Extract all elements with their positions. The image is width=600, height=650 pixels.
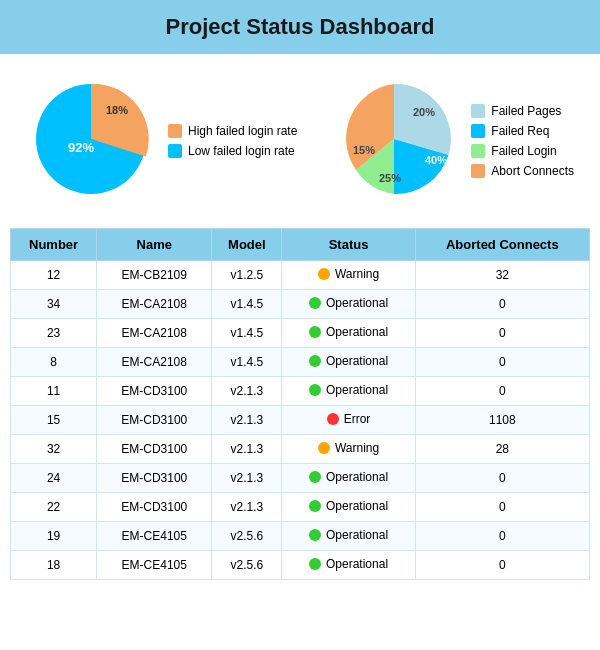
- cell-name: EM-CA2108: [97, 290, 212, 319]
- table-header-row: Number Name Model Status Aborted Connect…: [11, 229, 590, 261]
- cell-status: Operational: [282, 290, 415, 319]
- cell-model: v2.5.6: [212, 522, 282, 551]
- chart2-legend: Failed Pages Failed Req Failed Login Abo…: [471, 104, 574, 178]
- status-label: Error: [344, 412, 371, 426]
- status-badge: Warning: [318, 267, 379, 281]
- legend-item-login: Failed Login: [471, 144, 574, 158]
- cell-name: EM-CA2108: [97, 348, 212, 377]
- cell-aborted: 0: [415, 319, 589, 348]
- table-row: 12 EM-CB2109 v1.2.5 Warning 32: [11, 261, 590, 290]
- table-row: 15 EM-CD3100 v2.1.3 Error 1108: [11, 406, 590, 435]
- status-badge: Operational: [309, 470, 388, 484]
- cell-number: 15: [11, 406, 97, 435]
- cell-status: Operational: [282, 522, 415, 551]
- legend-color-pages: [471, 104, 485, 118]
- legend-color-low: [168, 144, 182, 158]
- status-label: Warning: [335, 267, 379, 281]
- cell-status: Operational: [282, 319, 415, 348]
- cell-name: EM-CA2108: [97, 319, 212, 348]
- cell-status: Warning: [282, 435, 415, 464]
- status-dot: [318, 268, 330, 280]
- legend-label-low: Low failed login rate: [188, 144, 295, 158]
- status-badge: Warning: [318, 441, 379, 455]
- col-number: Number: [11, 229, 97, 261]
- status-dot: [309, 384, 321, 396]
- status-badge: Operational: [309, 325, 388, 339]
- table-row: 8 EM-CA2108 v1.4.5 Operational 0: [11, 348, 590, 377]
- cell-number: 19: [11, 522, 97, 551]
- legend-item-pages: Failed Pages: [471, 104, 574, 118]
- cell-name: EM-CD3100: [97, 435, 212, 464]
- chart1-pie: 92% 18%: [26, 74, 156, 208]
- table-row: 24 EM-CD3100 v2.1.3 Operational 0: [11, 464, 590, 493]
- cell-model: v1.4.5: [212, 290, 282, 319]
- cell-name: EM-CB2109: [97, 261, 212, 290]
- cell-model: v2.1.3: [212, 377, 282, 406]
- status-label: Operational: [326, 296, 388, 310]
- svg-text:25%: 25%: [379, 172, 401, 184]
- cell-status: Operational: [282, 551, 415, 580]
- charts-section: 92% 18% High failed login rate Low faile…: [0, 54, 600, 228]
- cell-number: 24: [11, 464, 97, 493]
- cell-name: EM-CD3100: [97, 493, 212, 522]
- cell-number: 12: [11, 261, 97, 290]
- cell-status: Error: [282, 406, 415, 435]
- table-row: 34 EM-CA2108 v1.4.5 Operational 0: [11, 290, 590, 319]
- status-badge: Operational: [309, 296, 388, 310]
- svg-text:92%: 92%: [68, 140, 94, 155]
- cell-number: 22: [11, 493, 97, 522]
- cell-aborted: 0: [415, 290, 589, 319]
- status-label: Operational: [326, 354, 388, 368]
- col-aborted: Aborted Connects: [415, 229, 589, 261]
- cell-name: EM-CD3100: [97, 406, 212, 435]
- cell-model: v1.4.5: [212, 319, 282, 348]
- cell-model: v2.1.3: [212, 493, 282, 522]
- table-row: 23 EM-CA2108 v1.4.5 Operational 0: [11, 319, 590, 348]
- legend-label-req: Failed Req: [491, 124, 549, 138]
- chart2-pie: 20% 40% 25% 15%: [329, 74, 459, 208]
- col-name: Name: [97, 229, 212, 261]
- legend-label-abort: Abort Connects: [491, 164, 574, 178]
- cell-aborted: 0: [415, 493, 589, 522]
- cell-name: EM-CE4105: [97, 522, 212, 551]
- status-badge: Operational: [309, 557, 388, 571]
- cell-model: v2.1.3: [212, 435, 282, 464]
- page-title: Project Status Dashboard: [0, 0, 600, 54]
- cell-status: Operational: [282, 464, 415, 493]
- status-badge: Operational: [309, 528, 388, 542]
- cell-status: Operational: [282, 493, 415, 522]
- legend-color-req: [471, 124, 485, 138]
- cell-model: v1.4.5: [212, 348, 282, 377]
- status-dot: [309, 326, 321, 338]
- cell-aborted: 0: [415, 551, 589, 580]
- status-dot: [309, 500, 321, 512]
- svg-text:18%: 18%: [106, 104, 128, 116]
- cell-name: EM-CD3100: [97, 464, 212, 493]
- cell-aborted: 0: [415, 464, 589, 493]
- cell-number: 11: [11, 377, 97, 406]
- svg-text:15%: 15%: [353, 144, 375, 156]
- legend-label-high: High failed login rate: [188, 124, 297, 138]
- cell-model: v2.5.6: [212, 551, 282, 580]
- cell-name: EM-CD3100: [97, 377, 212, 406]
- cell-number: 23: [11, 319, 97, 348]
- status-dot: [318, 442, 330, 454]
- table-row: 11 EM-CD3100 v2.1.3 Operational 0: [11, 377, 590, 406]
- cell-aborted: 0: [415, 348, 589, 377]
- table-row: 32 EM-CD3100 v2.1.3 Warning 28: [11, 435, 590, 464]
- cell-number: 32: [11, 435, 97, 464]
- cell-number: 8: [11, 348, 97, 377]
- status-badge: Error: [327, 412, 371, 426]
- col-status: Status: [282, 229, 415, 261]
- legend-label-pages: Failed Pages: [491, 104, 561, 118]
- status-dot: [309, 529, 321, 541]
- chart2-container: 20% 40% 25% 15% Failed Pages Failed Req …: [329, 74, 574, 208]
- svg-text:20%: 20%: [413, 106, 435, 118]
- table-row: 18 EM-CE4105 v2.5.6 Operational 0: [11, 551, 590, 580]
- status-dot: [309, 355, 321, 367]
- cell-aborted: 1108: [415, 406, 589, 435]
- cell-aborted: 32: [415, 261, 589, 290]
- status-label: Operational: [326, 325, 388, 339]
- cell-name: EM-CE4105: [97, 551, 212, 580]
- status-badge: Operational: [309, 499, 388, 513]
